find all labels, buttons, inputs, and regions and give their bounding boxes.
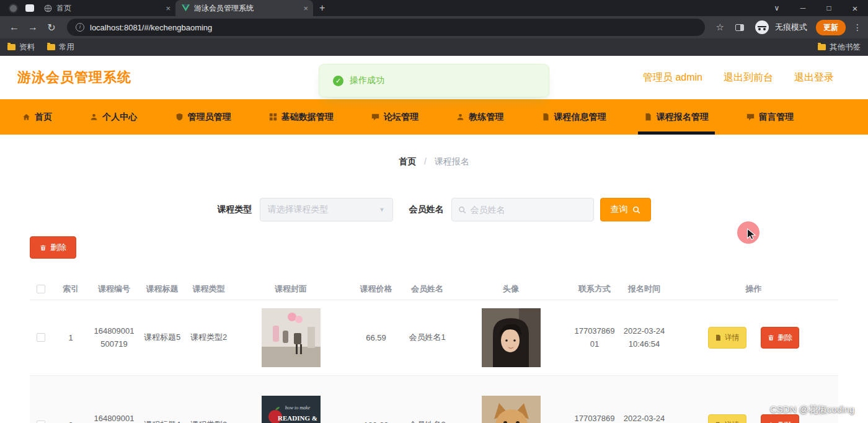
nav-item-course-info-management[interactable]: 课程信息管理 (536, 99, 613, 135)
back-icon[interactable]: ← (6, 22, 22, 33)
member-avatar-image (482, 308, 541, 367)
close-icon[interactable]: × (303, 4, 308, 13)
new-tab-button[interactable]: + (319, 2, 325, 14)
incognito-label: 无痕模式 (775, 22, 807, 33)
nav-label: 论坛管理 (384, 112, 418, 123)
nav-item-coach-management[interactable]: 教练管理 (450, 99, 510, 135)
column-header: 头像 (452, 278, 570, 300)
nav-label: 留言管理 (759, 112, 794, 123)
member-name-label: 会员姓名 (409, 204, 444, 215)
close-icon[interactable]: × (166, 4, 170, 13)
delete-button-label: 删除 (777, 420, 792, 423)
member-name-input[interactable] (471, 205, 587, 215)
other-bookmarks[interactable]: 其他书签 (818, 42, 861, 53)
watermark: CSDN @花椒coding (770, 404, 854, 416)
nav-label: 首页 (35, 112, 52, 123)
table-header-row: 索引 课程编号 课程标题 课程类型 课程封面 课程价格 会员姓名 头像 联系方式… (30, 278, 838, 300)
breadcrumb-current: 课程报名 (435, 156, 469, 166)
row-checkbox[interactable] (37, 421, 45, 423)
user-icon (90, 113, 98, 121)
course-type-select[interactable]: 请选择课程类型 ▼ (260, 198, 393, 221)
breadcrumb: 首页 / 课程报名 (0, 135, 868, 167)
browser-tab-app[interactable]: 游泳会员管理系统 × (175, 0, 313, 16)
nav-item-admin-management[interactable]: 管理员管理 (169, 99, 237, 135)
admin-user-link[interactable]: 管理员 admin (643, 71, 702, 84)
tab-list-chevron-icon[interactable]: ∨ (764, 4, 790, 12)
bookmark-folder[interactable]: 常用 (47, 42, 74, 53)
cell-course-title: 课程标题4 (139, 375, 185, 423)
bookmark-label: 资料 (19, 42, 35, 53)
logout-link[interactable]: 退出登录 (794, 71, 834, 84)
table-row: 1 164809001500719 课程标题5 课程类型2 (30, 300, 838, 375)
cell-course-type: 课程类型2 (185, 300, 232, 375)
column-header: 操作 (669, 278, 838, 300)
exit-to-front-link[interactable]: 退出到前台 (724, 71, 773, 84)
filter-row: 课程类型 请选择课程类型 ▼ 会员姓名 查询 (0, 198, 868, 221)
breadcrumb-separator: / (424, 156, 427, 166)
detail-button[interactable]: 详情 (708, 414, 746, 423)
minimize-icon[interactable]: ─ (790, 4, 816, 12)
bookmark-star-icon[interactable]: ☆ (716, 22, 724, 33)
cell-signup-time: 2022-03-24 10:46:54 (619, 300, 669, 375)
toast-message: 操作成功 (350, 75, 384, 86)
home-icon (22, 113, 30, 121)
site-info-icon[interactable]: i (76, 23, 84, 32)
row-checkbox[interactable] (37, 333, 45, 342)
nav-item-base-data-management[interactable]: 基础数据管理 (263, 99, 340, 135)
member-avatar-image (482, 396, 541, 423)
table-row: 2 16480900150071 课程标题4 课程类型2 how to make… (30, 375, 838, 423)
cell-signup-time: 2022-03-24 10:4 (619, 375, 669, 423)
delete-selected-button[interactable]: 删除 (30, 236, 76, 259)
bookmark-folder[interactable]: 资料 (7, 42, 35, 53)
cell-phone: 17703786901 (570, 300, 619, 375)
side-panel-icon[interactable] (735, 24, 744, 31)
main-nav: 首页 个人中心 管理员管理 基础数据管理 论坛管理 教练管理 (0, 99, 868, 135)
browser-menu-icon[interactable]: ⋮ (853, 22, 862, 32)
browser-update-button[interactable]: 更新 (816, 20, 846, 35)
column-header: 报名时间 (619, 278, 669, 300)
nav-item-message-management[interactable]: 留言管理 (740, 99, 800, 135)
search-button[interactable]: 查询 (600, 198, 651, 221)
reload-icon[interactable]: ↻ (43, 22, 60, 33)
chat-icon (371, 113, 379, 121)
globe-icon (44, 4, 52, 12)
svg-text:how to make: how to make (285, 405, 310, 411)
course-cover-image: how to make READING & WRITING (262, 396, 321, 423)
nav-item-course-signup-management[interactable]: 课程报名管理 (638, 99, 715, 135)
nav-item-home[interactable]: 首页 (16, 99, 58, 135)
forward-icon[interactable]: → (25, 22, 41, 33)
window-controls: ∨ ─ □ × (764, 3, 868, 14)
browser-profile-icon[interactable] (9, 4, 18, 13)
bookmark-label: 常用 (59, 42, 74, 53)
course-type-label: 课程类型 (218, 204, 252, 215)
vue-logo-icon (182, 4, 190, 12)
address-bar[interactable]: i localhost:8081/#/kechengbaoming (67, 19, 705, 36)
search-button-label: 查询 (611, 204, 628, 215)
breadcrumb-home[interactable]: 首页 (399, 156, 416, 166)
trash-icon (40, 244, 46, 251)
nav-item-forum-management[interactable]: 论坛管理 (365, 99, 425, 135)
cell-course-no: 16480900150071 (89, 375, 139, 423)
column-header: 课程封面 (232, 278, 350, 300)
mouse-cursor-icon (745, 228, 756, 243)
detail-button[interactable]: 详情 (708, 327, 746, 349)
nav-item-personal-center[interactable]: 个人中心 (84, 99, 143, 135)
browser-tab-home[interactable]: 首页 × (38, 0, 175, 16)
svg-text:READING &: READING & (278, 414, 317, 422)
browser-tabstrip: 首页 × 游泳会员管理系统 × + ∨ ─ □ × (0, 0, 868, 16)
document-icon (644, 113, 652, 121)
select-all-checkbox[interactable] (37, 285, 45, 293)
cell-index: 1 (52, 300, 89, 375)
maximize-icon[interactable]: □ (816, 4, 842, 12)
header-links: 管理员 admin 退出到前台 退出登录 (643, 71, 834, 84)
bookmarks-bar: 资料 常用 其他书签 (0, 38, 868, 56)
url-text[interactable]: localhost:8081/#/kechengbaoming (90, 23, 212, 32)
folder-icon (7, 44, 16, 50)
delete-row-button[interactable]: 删除 (761, 327, 799, 349)
detail-button-label: 详情 (725, 332, 740, 343)
delete-button-label: 删除 (50, 242, 66, 253)
pinned-app-icon[interactable] (25, 4, 34, 12)
shield-icon (175, 113, 184, 121)
cell-price: 183.62 (350, 375, 402, 423)
window-close-icon[interactable]: × (842, 3, 868, 14)
